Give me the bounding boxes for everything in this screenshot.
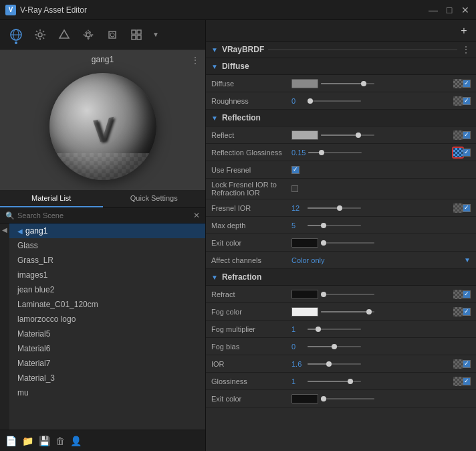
refl-gloss-slider[interactable] [308,152,362,153]
diffuse-section-header[interactable]: ▼ Diffuse [206,58,476,75]
refract-gloss-slider[interactable] [308,381,361,382]
toolbar-settings-icon[interactable] [78,24,99,46]
refract-prop-label: Refract [211,290,291,298]
vraybrdf-collapse-arrow[interactable]: ▼ [211,46,218,54]
right-panel: + ▼ VRayBRDF ⋮ ▼ Diffuse Diffuse [206,20,476,451]
fog-color-slider[interactable] [321,311,374,312]
user-icon[interactable]: 👤 [70,436,82,446]
max-depth-slider[interactable] [308,225,361,226]
add-button[interactable]: + [457,24,471,37]
reflect-color-swatch[interactable] [291,130,318,140]
fresnel-ior-texture-icon[interactable] [453,203,463,213]
tab-material-list[interactable]: Material List [0,190,103,207]
prop-ior: IOR 1.6 [206,355,476,373]
list-item[interactable]: Material6 [9,341,205,356]
ior-texture-icon[interactable] [453,359,463,369]
fog-mult-prop-label: Fog multiplier [211,325,291,333]
refraction-section-header[interactable]: ▼ Refraction [206,269,476,286]
fresnel-ior-slider[interactable] [308,207,361,209]
reflect-texture-icon[interactable] [453,130,463,140]
refract-exit-color-swatch[interactable] [291,394,318,403]
refract-slider[interactable] [321,294,374,295]
refract-color-swatch[interactable] [291,290,318,299]
toolbar-chevron-icon[interactable]: ▼ [152,31,159,38]
refl-gloss-texture-icon[interactable] [453,148,463,157]
diffuse-color-swatch[interactable] [291,79,318,88]
search-clear-button[interactable]: ✕ [193,211,200,220]
window-controls: — □ ✕ [428,5,471,15]
save-icon[interactable]: 💾 [39,436,50,446]
list-item[interactable]: Material_3 [9,371,205,385]
left-panel: ▼ gang1 ⋮ V Material List Quick Settings… [0,20,206,451]
list-item[interactable]: Material5 [9,327,205,341]
new-material-icon[interactable]: 📄 [5,436,17,446]
prop-fog-bias: Fog bias 0 [206,338,476,355]
list-item[interactable]: Glass [9,238,205,253]
exit-slider[interactable] [321,242,374,244]
refract-texture-icon[interactable] [453,290,463,299]
toolbar-render-icon[interactable] [102,24,123,46]
preview-title: gang1 [92,55,114,64]
ior-slider[interactable] [308,363,361,365]
close-button[interactable]: ✕ [460,5,471,15]
refract-exit-slider[interactable] [321,398,374,399]
fog-color-checkbox[interactable] [463,308,471,316]
diffuse-texture-icon[interactable] [453,79,463,88]
sphere-icon [9,28,23,41]
fog-bias-slider[interactable] [308,346,361,347]
refract-checkbox[interactable] [463,290,471,298]
reflect-checkbox[interactable] [463,131,471,139]
toolbar-materials-icon[interactable] [5,24,27,46]
refract-gloss-checkbox[interactable] [463,377,471,385]
toolbar-view-icon[interactable] [126,24,147,46]
list-item[interactable]: Laminate_C01_120cm [9,297,205,312]
list-item[interactable]: mu [9,385,205,400]
svg-rect-17 [137,30,141,34]
maximize-button[interactable]: □ [444,5,455,15]
svg-marker-12 [60,30,69,38]
refract-prop-value [291,290,453,299]
lock-fresnel-checkbox[interactable] [291,185,298,192]
checkerboard-bg [49,153,156,180]
refraction-collapse-arrow: ▼ [211,274,218,281]
minimize-button[interactable]: — [428,5,439,15]
use-fresnel-checkbox[interactable] [291,166,300,174]
reflect-exit-color-swatch[interactable] [291,238,318,248]
refract-gloss-texture-icon[interactable] [453,377,463,386]
preview-menu-button[interactable]: ⋮ [191,55,200,66]
toolbar-geometry-icon[interactable] [53,24,75,46]
list-item[interactable]: lamorzocco logo [9,312,205,327]
delete-icon[interactable]: 🗑 [55,436,65,446]
affect-channels-dropdown-value[interactable]: Color only [291,256,461,264]
fresnel-ior-checkbox[interactable] [463,204,471,212]
reflect-slider[interactable] [321,134,374,136]
toolbar-lights-icon[interactable] [29,24,51,46]
ior-checkbox[interactable] [463,360,471,368]
list-nav-arrow[interactable]: ◀ [0,223,9,430]
reflect-exit-color-label: Exit color [211,239,291,247]
diffuse-slider[interactable] [321,83,374,84]
roughness-slider[interactable] [308,100,361,102]
list-item[interactable]: ◀gang1 [9,223,205,238]
roughness-texture-icon[interactable] [453,96,463,106]
max-depth-prop-label: Max depth [211,221,291,230]
list-item[interactable]: images1 [9,268,205,282]
refract-gloss-prop-value: 1 [291,377,453,385]
fog-color-texture-icon[interactable] [453,307,463,317]
list-item[interactable]: Grass_LR [9,253,205,268]
refl-gloss-checkbox[interactable] [463,149,471,157]
fog-color-swatch[interactable] [291,307,318,317]
open-icon[interactable]: 📁 [22,436,33,446]
vraybrdf-more-button[interactable]: ⋮ [461,44,471,55]
diffuse-checkbox[interactable] [463,80,471,88]
list-item[interactable]: Material7 [9,356,205,371]
search-input[interactable] [17,211,193,219]
affect-channels-dropdown-arrow[interactable]: ▼ [464,256,471,264]
reflection-section-header[interactable]: ▼ Reflection [206,110,476,126]
roughness-checkbox[interactable] [463,97,471,105]
prop-fog-color: Fog color [206,303,476,321]
fog-mult-slider[interactable] [308,329,361,330]
list-item[interactable]: jean blue2 [9,282,205,297]
refract-gloss-value: 1 [291,377,305,385]
tab-quick-settings[interactable]: Quick Settings [103,190,206,207]
